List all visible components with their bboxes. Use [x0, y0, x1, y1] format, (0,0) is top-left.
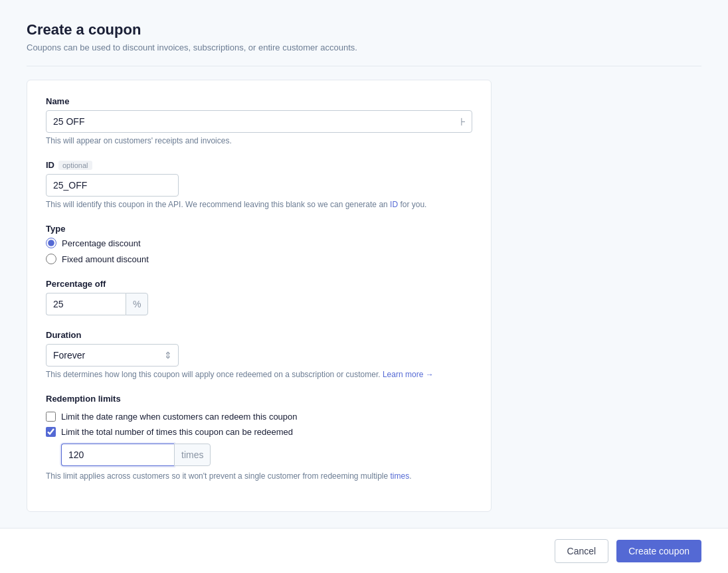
- page-wrapper: Create a coupon Coupons can be used to d…: [0, 0, 728, 573]
- name-input[interactable]: [46, 110, 472, 133]
- main-content: Create a coupon Coupons can be used to d…: [0, 0, 728, 528]
- times-suffix: times: [174, 444, 211, 466]
- duration-label: Duration: [46, 330, 472, 340]
- id-link[interactable]: ID: [390, 200, 398, 209]
- name-label: Name: [46, 96, 472, 106]
- radio-fixed[interactable]: Fixed amount discount: [46, 254, 472, 264]
- type-label: Type: [46, 224, 472, 234]
- name-field-group: Name ⊦ This will appear on customers' re…: [46, 96, 472, 145]
- radio-fixed-label: Fixed amount discount: [62, 254, 149, 264]
- page-title: Create a coupon: [27, 21, 701, 39]
- id-input[interactable]: [46, 174, 179, 197]
- section-divider: [27, 66, 701, 66]
- type-radio-group: Percentage discount Fixed amount discoun…: [46, 238, 472, 264]
- radio-fixed-input[interactable]: [46, 254, 56, 264]
- radio-percentage-label: Percentage discount: [62, 238, 141, 248]
- percentage-suffix: %: [126, 293, 148, 315]
- optional-badge: optional: [58, 161, 92, 170]
- duration-field-group: Duration Forever Once Repeating ⇕ This d…: [46, 330, 472, 379]
- times-input-wrapper: times: [61, 444, 207, 466]
- duration-select-wrapper: Forever Once Repeating ⇕: [46, 344, 179, 367]
- coupon-form: Name ⊦ This will appear on customers' re…: [27, 80, 492, 512]
- limit-count-checkbox[interactable]: [46, 427, 56, 437]
- percentage-off-label: Percentage off: [46, 279, 472, 289]
- duration-hint: This determines how long this coupon wil…: [46, 370, 472, 379]
- percentage-off-field-group: Percentage off %: [46, 279, 472, 315]
- percentage-input-wrapper: %: [46, 293, 152, 315]
- redemption-limits-label: Redemption limits: [46, 394, 472, 404]
- name-input-wrapper: ⊦: [46, 110, 472, 133]
- limit-count-option: Limit the total number of times this cou…: [46, 427, 472, 437]
- limit-hint-link[interactable]: times: [391, 471, 410, 481]
- percentage-input[interactable]: [46, 293, 126, 315]
- id-label: ID optional: [46, 160, 472, 170]
- learn-more-link[interactable]: Learn more →: [383, 370, 434, 379]
- footer-bar: Cancel Create coupon: [0, 528, 728, 573]
- name-hint: This will appear on customers' receipts …: [46, 136, 472, 145]
- limit-date-checkbox[interactable]: [46, 412, 56, 422]
- limit-date-option: Limit the date range when customers can …: [46, 412, 472, 422]
- type-field-group: Type Percentage discount Fixed amount di…: [46, 224, 472, 264]
- radio-percentage-input[interactable]: [46, 238, 56, 248]
- create-coupon-button[interactable]: Create coupon: [616, 540, 701, 562]
- times-input[interactable]: [61, 444, 174, 466]
- limit-count-label[interactable]: Limit the total number of times this cou…: [61, 427, 293, 437]
- cancel-button[interactable]: Cancel: [555, 539, 609, 563]
- duration-select[interactable]: Forever Once Repeating: [46, 344, 179, 367]
- redemption-limits-group: Redemption limits Limit the date range w…: [46, 394, 472, 481]
- limit-date-label[interactable]: Limit the date range when customers can …: [61, 412, 298, 422]
- id-field-group: ID optional This will identify this coup…: [46, 160, 472, 209]
- page-subtitle: Coupons can be used to discount invoices…: [27, 42, 701, 52]
- id-hint: This will identify this coupon in the AP…: [46, 200, 472, 209]
- limit-hint: This limit applies across customers so i…: [46, 471, 472, 481]
- radio-percentage[interactable]: Percentage discount: [46, 238, 472, 248]
